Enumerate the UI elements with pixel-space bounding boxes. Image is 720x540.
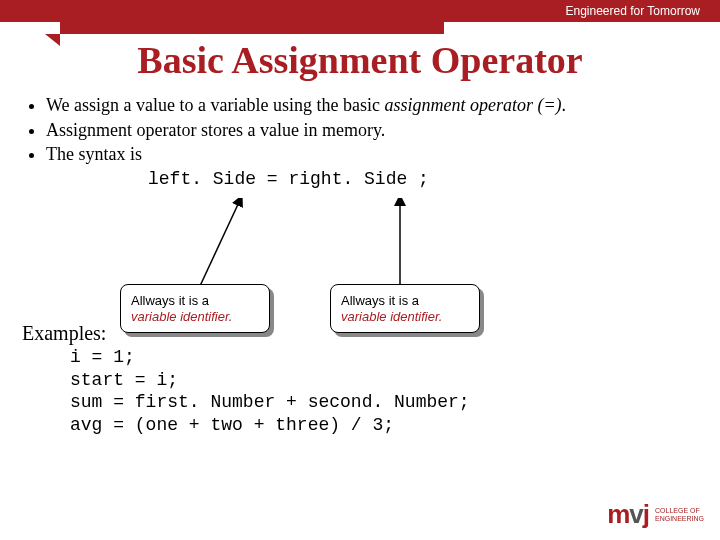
bullet-1-em: assignment operator (=) xyxy=(384,95,561,115)
code-examples: i = 1; start = i; sum = first. Number + … xyxy=(70,346,470,436)
callout-right-line2: variable identifier. xyxy=(341,309,469,325)
logo-text-1: COLLEGE OF xyxy=(655,507,704,515)
bullet-1-pre: We assign a value to a variable using th… xyxy=(46,95,384,115)
examples-label: Examples: xyxy=(22,322,106,345)
title-notch xyxy=(60,0,444,34)
tagline: Engineered for Tomorrow xyxy=(565,4,700,18)
callout-right: Allways it is a variable identifier. xyxy=(330,284,480,333)
callout-right-line1: Allways it is a xyxy=(341,293,469,309)
logo-m: m xyxy=(607,499,629,529)
logo-text: COLLEGE OF ENGINEERING xyxy=(655,507,704,522)
footer-logo: mvj COLLEGE OF ENGINEERING xyxy=(607,499,704,530)
svg-line-0 xyxy=(200,200,240,286)
logo-text-2: ENGINEERING xyxy=(655,515,704,523)
bullet-3: The syntax is xyxy=(46,143,700,166)
bullet-1-post: . xyxy=(562,95,567,115)
bullet-1: We assign a value to a variable using th… xyxy=(46,94,700,117)
bullet-2: Assignment operator stores a value in me… xyxy=(46,119,700,142)
logo-j: j xyxy=(643,499,649,529)
slide-title: Basic Assignment Operator xyxy=(0,38,720,82)
logo-v: v xyxy=(629,499,642,529)
slide: Engineered for Tomorrow Basic Assignment… xyxy=(0,0,720,540)
callout-left-line1: Allways it is a xyxy=(131,293,259,309)
logo-mark: mvj xyxy=(607,499,649,530)
syntax-line: left. Side = right. Side ; xyxy=(148,168,700,191)
callout-left: Allways it is a variable identifier. xyxy=(120,284,270,333)
callout-left-line2: variable identifier. xyxy=(131,309,259,325)
bullet-list: We assign a value to a variable using th… xyxy=(28,94,700,190)
